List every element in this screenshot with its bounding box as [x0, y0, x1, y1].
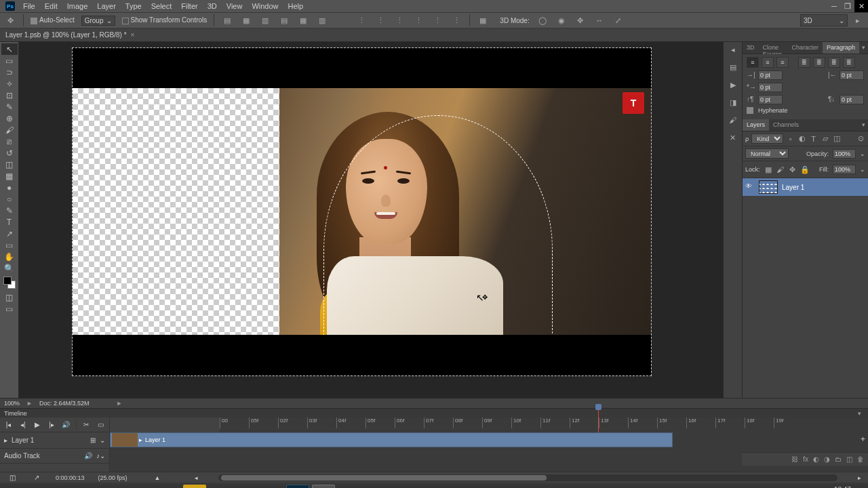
filter-adjust-icon[interactable]: ◐ — [797, 134, 806, 143]
color-swatches[interactable] — [3, 277, 16, 289]
path-tool[interactable]: ↗ — [1, 228, 18, 239]
pen-tool[interactable]: ✎ — [1, 205, 18, 216]
justify-all-button[interactable]: ≣ — [843, 57, 855, 68]
tab-character[interactable]: Character — [787, 42, 823, 54]
audio-options-icon[interactable]: ♪⌄ — [96, 452, 105, 460]
taskbar-recorder[interactable]: ⬤ — [312, 485, 335, 489]
timeline-scrollbar[interactable] — [218, 474, 838, 481]
document-tab[interactable]: Layer 1.psb @ 100% (Layer 1, RGB/8) * × — [0, 28, 868, 42]
stamp-tool[interactable]: ⎚ — [1, 136, 18, 147]
auto-align-icon[interactable]: ▦ — [477, 14, 489, 26]
taskbar-chrome[interactable]: 🌐 — [80, 485, 103, 489]
close-button[interactable]: ✕ — [854, 0, 868, 12]
distribute-icon[interactable]: ⋮ — [450, 14, 462, 26]
distribute-icon[interactable]: ⋮ — [412, 14, 425, 26]
space-after-field[interactable] — [840, 95, 864, 104]
panel-toggle-icon[interactable]: ▸ — [852, 14, 864, 26]
menu-3d[interactable]: 3D — [208, 2, 217, 10]
audio-track-header[interactable]: Audio Track 🔊 ♪⌄ — [0, 449, 109, 464]
hand-tool[interactable]: ✋ — [1, 251, 18, 262]
gradient-tool[interactable]: ▦ — [1, 170, 18, 182]
align-vcenter-icon[interactable]: ▦ — [297, 14, 309, 26]
taskbar-explorer[interactable]: 🗀 — [260, 485, 283, 489]
group-icon[interactable]: 🗀 — [835, 455, 842, 463]
scale-3d-icon[interactable]: ⤢ — [612, 14, 625, 26]
tab-clone-source[interactable]: Clone Source — [759, 42, 788, 54]
status-arrow-icon[interactable]: ► — [117, 400, 123, 407]
adjustment-layer-icon[interactable]: ◑ — [824, 455, 830, 463]
link-layers-icon[interactable]: ⛓ — [791, 455, 798, 463]
collapse-icon[interactable]: ◂ — [727, 43, 739, 56]
justify-left-button[interactable]: ≣ — [798, 57, 810, 68]
align-center-button[interactable]: ≡ — [762, 57, 774, 68]
justify-right-button[interactable]: ≣ — [828, 57, 840, 68]
render-icon[interactable]: ↗ — [31, 472, 42, 483]
filter-shape-icon[interactable]: ▱ — [821, 134, 829, 143]
marquee-tool[interactable]: ▭ — [1, 55, 18, 66]
distribute-icon[interactable]: ⋮ — [393, 14, 406, 26]
video-track-header[interactable]: ▸ Layer 1 ⊞ ⌄ — [0, 432, 109, 449]
taskbar-app-3[interactable]: ◉ — [54, 485, 77, 489]
distribute-icon[interactable]: ⋮ — [374, 14, 387, 26]
menu-view[interactable]: View — [226, 2, 243, 10]
zoom-arrow-icon[interactable]: ► — [26, 400, 33, 407]
roll-3d-icon[interactable]: ◉ — [555, 14, 568, 26]
menu-edit[interactable]: Edit — [45, 2, 58, 10]
taskbar-opera[interactable]: O — [132, 485, 155, 489]
orbit-3d-icon[interactable]: ◯ — [536, 14, 549, 26]
align-right-button[interactable]: ≡ — [776, 57, 789, 68]
healing-tool[interactable]: ⊕ — [1, 113, 18, 124]
workspace-3d-dropdown[interactable]: 3D⌄ — [800, 14, 848, 26]
auto-select-checkbox[interactable]: Auto-Select — [31, 16, 75, 24]
timeline-ruler[interactable]: 0005f02f03f04f05f06f07f08f09f10f11f12f13… — [220, 418, 868, 432]
justify-center-button[interactable]: ≣ — [813, 57, 825, 68]
distribute-icon[interactable]: ⋮ — [431, 14, 443, 26]
space-before-field[interactable] — [758, 95, 783, 104]
lasso-tool[interactable]: ⊃ — [1, 66, 18, 78]
tab-layers[interactable]: Layers — [743, 119, 769, 131]
menu-file[interactable]: File — [23, 2, 35, 10]
screen-mode-icon[interactable]: ▭ — [1, 303, 18, 314]
transition-button[interactable]: ▭ — [96, 420, 105, 430]
menu-image[interactable]: Image — [67, 2, 88, 10]
menu-layer[interactable]: Layer — [97, 2, 116, 10]
video-clip[interactable]: ▸ Layer 1 — [110, 432, 673, 447]
expand-track-icon[interactable]: ▸ — [4, 436, 7, 444]
align-left-button[interactable]: ≡ — [747, 57, 759, 68]
tab-paragraph[interactable]: Paragraph — [823, 42, 859, 54]
align-bottom-icon[interactable]: ▥ — [316, 14, 328, 26]
brush-tool[interactable]: 🖌 — [1, 124, 18, 136]
hyphenate-checkbox[interactable]: Hyphenate — [747, 107, 788, 114]
filter-kind-dropdown[interactable]: Kind — [751, 134, 783, 144]
fill-field[interactable] — [833, 165, 856, 174]
properties-panel-icon[interactable]: ◨ — [727, 96, 739, 108]
eyedropper-tool[interactable]: ✎ — [1, 101, 18, 113]
visibility-icon[interactable]: 👁 — [745, 182, 755, 192]
new-layer-icon[interactable]: ◫ — [846, 455, 852, 463]
filter-pixel-icon[interactable]: ▫ — [786, 134, 795, 143]
zoom-out-slider-icon[interactable]: ▲ — [155, 474, 161, 481]
clock[interactable]: 13:47 07-01-2016 — [825, 486, 860, 489]
type-tool[interactable]: T — [1, 216, 18, 228]
menu-filter[interactable]: Filter — [181, 2, 197, 10]
autoselect-type-dropdown[interactable]: Group ⌄ — [81, 16, 115, 26]
lock-position-icon[interactable]: ✥ — [789, 163, 797, 176]
add-video-track-icon[interactable]: + — [861, 434, 865, 444]
go-start-button[interactable]: |◂ — [4, 420, 13, 430]
show-transform-checkbox[interactable]: Show Transform Controls — [122, 16, 208, 24]
indent-right-field[interactable] — [840, 70, 864, 80]
taskbar-firefox[interactable]: 🦊 — [106, 485, 129, 489]
close-tab-icon[interactable]: × — [131, 31, 135, 39]
maximize-button[interactable]: ❐ — [841, 0, 854, 12]
taskbar-ie[interactable]: e — [28, 485, 52, 489]
menu-window[interactable]: Window — [252, 2, 278, 10]
audio-mute-icon[interactable]: 🔊 — [84, 452, 92, 460]
split-button[interactable]: ✂ — [82, 420, 91, 430]
crop-tool[interactable]: ⊡ — [1, 89, 18, 101]
shape-tool[interactable]: ▭ — [1, 239, 18, 251]
actions-panel-icon[interactable]: ▶ — [727, 79, 739, 91]
quick-mask-icon[interactable]: ◫ — [1, 291, 18, 303]
zoom-level[interactable]: 100% — [4, 400, 20, 407]
delete-layer-icon[interactable]: 🗑 — [857, 455, 864, 463]
minimize-button[interactable]: ─ — [827, 0, 841, 12]
